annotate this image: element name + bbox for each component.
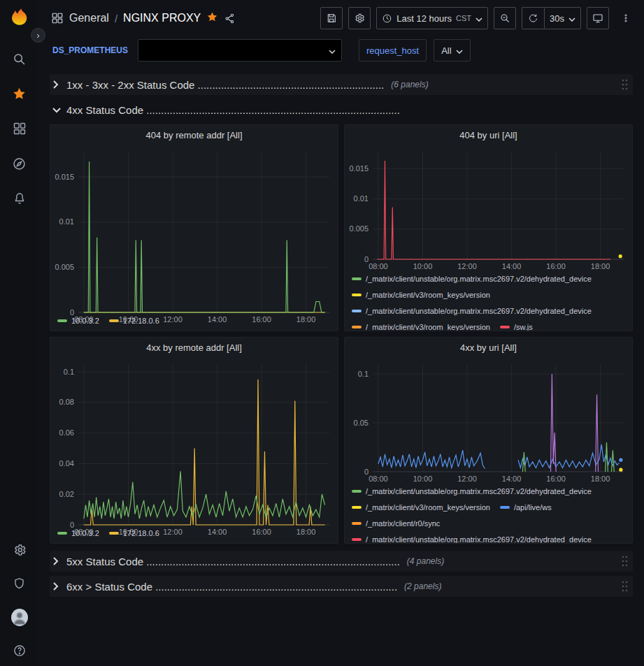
request-host-label[interactable]: request_host: [359, 39, 427, 61]
svg-text:0.1: 0.1: [358, 370, 368, 378]
row-header-4xx[interactable]: 4xx Status Code ........................…: [50, 99, 633, 120]
dashboards-grid-icon: [13, 122, 27, 136]
refresh-interval-dropdown[interactable]: 30s: [544, 7, 581, 29]
time-range-label: Last 12 hours: [396, 13, 452, 24]
sidebar-item-profile[interactable]: [11, 609, 28, 625]
chevron-down-icon: [52, 107, 66, 113]
legend-label: /_matrix/client/r0/sync: [366, 518, 440, 529]
datasource-variable-label[interactable]: DS_PROMETHEUS: [50, 45, 131, 55]
datasource-select[interactable]: [138, 39, 342, 61]
svg-text:16:00: 16:00: [546, 475, 566, 483]
row-header-5xx[interactable]: 5xx Status Code ........................…: [50, 551, 633, 572]
legend-label: 172.18.0.6: [123, 315, 159, 326]
star-icon: [12, 87, 27, 101]
legend-item[interactable]: /_matrix/client/unstable/org.matrix.msc2…: [352, 486, 592, 497]
time-range-picker[interactable]: Last 12 hours CST: [376, 7, 488, 29]
timezone-label: CST: [456, 14, 471, 22]
legend-item[interactable]: /sw.js: [500, 321, 533, 331]
sidebar-item-explore[interactable]: [11, 155, 28, 172]
timeseries-chart[interactable]: 08:0010:0012:0014:0016:0018:0000.020.040…: [50, 359, 338, 526]
legend-item[interactable]: /_matrix/client/v3/room_keys/version: [352, 502, 490, 513]
panel-title[interactable]: 4xx by uri [All]: [345, 338, 632, 359]
legend-label: /_matrix/client/unstable/org.matrix.msc2…: [366, 534, 592, 543]
save-dashboard-button[interactable]: [320, 7, 343, 29]
request-host-select[interactable]: All: [434, 39, 470, 61]
svg-text:18:00: 18:00: [591, 262, 610, 270]
panel-title[interactable]: 404 by remote addr [All]: [50, 125, 338, 146]
row-drag-handle[interactable]: [620, 555, 629, 567]
row-header-1xx-3xx-2xx[interactable]: 1xx - 3xx - 2xx Status Code ............…: [50, 74, 633, 95]
legend-item[interactable]: /_matrix/client/v3/room_keys/version: [352, 321, 490, 331]
sidebar-item-configuration[interactable]: [11, 542, 28, 558]
dashboard-body: 1xx - 3xx - 2xx Status Code ............…: [38, 68, 644, 666]
dashboard-header: General / NGINX PROXY La: [38, 0, 644, 36]
more-options-button[interactable]: [615, 7, 637, 29]
legend-item[interactable]: /_matrix/client/unstable/org.matrix.msc2…: [352, 534, 592, 543]
legend-item[interactable]: /_matrix/client/unstable/org.matrix.msc2…: [352, 273, 592, 284]
timeseries-chart[interactable]: 08:0010:0012:0014:0016:0018:0000.0050.01…: [50, 146, 338, 314]
refresh-button[interactable]: [522, 7, 544, 29]
panel-title[interactable]: 4xx by remote addr [All]: [50, 338, 338, 359]
sidebar-item-server-admin[interactable]: [11, 575, 28, 592]
legend-item[interactable]: 10.0.3.2: [57, 528, 99, 539]
svg-text:10:00: 10:00: [413, 262, 433, 270]
sidebar-item-starred[interactable]: [11, 85, 28, 102]
grafana-logo[interactable]: [6, 6, 33, 31]
header-actions: Last 12 hours CST 30s: [320, 7, 637, 29]
legend-swatch: [500, 506, 510, 509]
panel-legend: 10.0.3.2172.18.0.6: [50, 314, 338, 331]
refresh-group: 30s: [522, 7, 581, 29]
timeseries-chart[interactable]: 08:0010:0012:0014:0016:0018:0000.050.1: [345, 359, 632, 484]
legend-label: /_matrix/client/unstable/org.matrix.msc2…: [366, 273, 592, 284]
legend-label: /_matrix/client/v3/room_keys/version: [366, 502, 490, 513]
row-panel-count: (6 panels): [391, 80, 428, 89]
row-drag-handle[interactable]: [620, 580, 629, 593]
share-icon[interactable]: [224, 13, 236, 24]
bell-icon: [13, 191, 27, 206]
panel-grid-4xx: 404 by remote addr [All] 08:0010:0012:00…: [50, 124, 633, 544]
sidebar-item-help[interactable]: [11, 642, 28, 659]
sidebar: ›: [0, 0, 38, 666]
panel-title[interactable]: 404 by uri [All]: [345, 125, 632, 146]
sidebar-expand-button[interactable]: ›: [31, 28, 45, 43]
sidebar-item-alerting[interactable]: [11, 190, 28, 207]
breadcrumb-section[interactable]: General: [69, 12, 109, 24]
legend-item[interactable]: 10.0.3.2: [57, 315, 99, 326]
shield-icon: [13, 577, 26, 591]
legend-item[interactable]: /_matrix/client/r0/sync: [352, 518, 440, 529]
row-title: 1xx - 3xx - 2xx Status Code ............…: [66, 79, 384, 91]
svg-text:0.015: 0.015: [349, 164, 368, 173]
sidebar-nav: [11, 50, 28, 207]
legend-item[interactable]: 172.18.0.6: [109, 528, 159, 539]
legend-label: /_matrix/client/v3/room_keys/version: [366, 289, 490, 301]
zoom-out-button[interactable]: [494, 7, 516, 29]
legend-item[interactable]: /api/live/ws: [500, 502, 552, 513]
kebab-menu-icon: [621, 13, 631, 24]
legend-item[interactable]: /_matrix/client/v3/room_keys/version: [352, 289, 490, 301]
breadcrumb-dashboard-title[interactable]: NGINX PROXY: [123, 12, 201, 24]
cycle-view-mode-button[interactable]: [587, 7, 609, 29]
panel-legend: /_matrix/client/unstable/org.matrix.msc2…: [345, 484, 632, 543]
sidebar-item-search[interactable]: [11, 50, 28, 67]
legend-swatch: [352, 506, 362, 509]
svg-text:12:00: 12:00: [457, 262, 477, 270]
row-header-6xx[interactable]: 6xx > Status Code ......................…: [50, 576, 633, 597]
apps-icon: [51, 12, 64, 24]
chevron-down-icon: [568, 13, 575, 24]
row-drag-handle[interactable]: [620, 78, 629, 91]
row-panel-count: (4 panels): [407, 556, 444, 566]
legend-label: 172.18.0.6: [123, 528, 159, 539]
svg-text:0.005: 0.005: [349, 224, 368, 233]
panel-404-by-remote-addr: 404 by remote addr [All] 08:0010:0012:00…: [50, 124, 338, 331]
legend-item[interactable]: 172.18.0.6: [109, 315, 159, 326]
legend-swatch: [352, 277, 362, 280]
dashboard-settings-button[interactable]: [348, 7, 371, 29]
legend-swatch: [352, 326, 362, 328]
favorite-star-icon[interactable]: [206, 11, 218, 26]
svg-text:12:00: 12:00: [457, 475, 477, 483]
legend-swatch: [352, 538, 362, 541]
sidebar-item-dashboards[interactable]: [11, 120, 28, 137]
legend-item[interactable]: /_matrix/client/unstable/org.matrix.msc2…: [352, 305, 592, 317]
timeseries-chart[interactable]: 08:0010:0012:0014:0016:0018:0000.0050.01…: [345, 146, 632, 272]
svg-text:14:00: 14:00: [502, 262, 522, 270]
